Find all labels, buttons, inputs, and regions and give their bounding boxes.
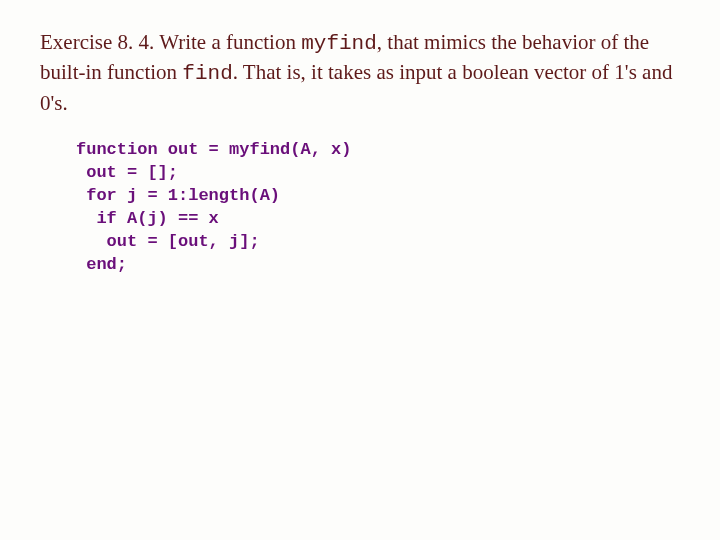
slide-container: Exercise 8. 4. Write a function myfind, … xyxy=(0,0,720,297)
function-name-find: find xyxy=(182,62,232,85)
code-line: out = []; xyxy=(76,162,680,185)
code-block: function out = myfind(A, x) out = []; fo… xyxy=(76,139,680,277)
exercise-text-1: Write a function xyxy=(154,30,301,54)
code-line: out = [out, j]; xyxy=(76,231,680,254)
code-line: if A(j) == x xyxy=(76,208,680,231)
code-line: end; xyxy=(76,254,680,277)
function-name-myfind: myfind xyxy=(301,32,377,55)
exercise-label: Exercise 8. 4. xyxy=(40,30,154,54)
code-line: function out = myfind(A, x) xyxy=(76,139,680,162)
code-line: for j = 1:length(A) xyxy=(76,185,680,208)
exercise-prompt: Exercise 8. 4. Write a function myfind, … xyxy=(40,28,680,117)
